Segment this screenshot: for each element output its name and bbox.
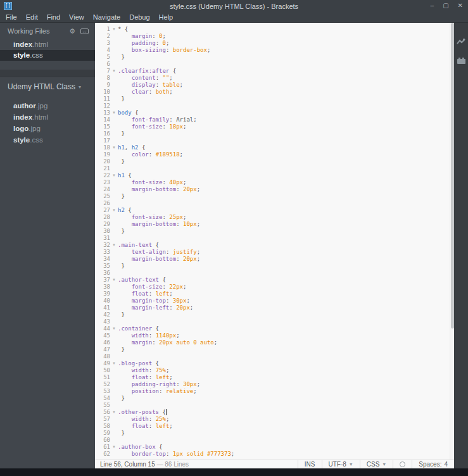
code-line-5[interactable]: 5 }	[95, 54, 454, 61]
insert-mode-indicator[interactable]: INS	[298, 460, 322, 468]
fold-arrow-icon[interactable]: ▼	[110, 325, 118, 332]
project-file-style.css[interactable]: style.css	[0, 134, 95, 146]
code-line-38[interactable]: 38 font-size: 22px;	[95, 284, 454, 291]
lint-status[interactable]	[393, 460, 412, 468]
code-line-45[interactable]: 45 width: 1140px;	[95, 332, 454, 339]
code-line-40[interactable]: 40 margin-top: 30px;	[95, 298, 454, 304]
menu-find[interactable]: Find	[42, 12, 65, 22]
code-line-8[interactable]: 8 content: "";	[95, 75, 454, 82]
code-line-22[interactable]: 22▼h1 {	[95, 172, 454, 179]
code-line-36[interactable]: 36	[95, 270, 454, 277]
code-line-21[interactable]: 21	[95, 165, 454, 172]
menu-edit[interactable]: Edit	[22, 12, 42, 22]
code-line-32[interactable]: 32▼.main-text {	[95, 242, 454, 249]
code-line-7[interactable]: 7▼.clearfix:after {	[95, 68, 454, 75]
code-area[interactable]: 1▼* {2 margin: 0;3 padding: 0;4 box-sizi…	[95, 23, 454, 460]
code-line-31[interactable]: 31	[95, 235, 454, 242]
code-line-61[interactable]: 61▼.author-box {	[95, 444, 454, 451]
code-line-57[interactable]: 57 width: 25%;	[95, 416, 454, 423]
menu-file[interactable]: File	[1, 12, 22, 22]
code-line-30[interactable]: 30 }	[95, 228, 454, 235]
code-line-27[interactable]: 27▼h2 {	[95, 207, 454, 214]
scrollbar-thumb[interactable]	[451, 23, 454, 329]
code-line-11[interactable]: 11 }	[95, 96, 454, 103]
code-line-15[interactable]: 15 font-size: 18px;	[95, 123, 454, 130]
project-file-logo.jpg[interactable]: logo.jpg	[0, 123, 95, 134]
code-line-52[interactable]: 52 padding-right: 30px;	[95, 381, 454, 388]
code-line-6[interactable]: 6	[95, 61, 454, 68]
code-line-26[interactable]: 26	[95, 200, 454, 207]
indent-settings[interactable]: Spaces: 4	[412, 460, 454, 468]
minimize-button[interactable]: –	[431, 1, 434, 11]
code-line-10[interactable]: 10 clear: both;	[95, 89, 454, 96]
project-file-index.html[interactable]: index.html	[0, 111, 95, 123]
working-file-index.html[interactable]: index.html	[0, 39, 95, 50]
fold-arrow-icon[interactable]: ▼	[110, 172, 118, 179]
code-line-28[interactable]: 28 font-size: 25px;	[95, 214, 454, 221]
code-line-39[interactable]: 39 float: left;	[95, 291, 454, 298]
code-line-35[interactable]: 35 }	[95, 263, 454, 270]
code-line-34[interactable]: 34 margin-bottom: 20px;	[95, 256, 454, 263]
code-line-33[interactable]: 33 text-align: justify;	[95, 249, 454, 256]
working-file-style.css[interactable]: style.css	[0, 50, 95, 61]
code-line-14[interactable]: 14 font-family: Arial;	[95, 116, 454, 123]
code-line-29[interactable]: 29 margin-bottom: 10px;	[95, 221, 454, 228]
menu-debug[interactable]: Debug	[125, 12, 154, 22]
menu-help[interactable]: Help	[155, 12, 178, 22]
fold-arrow-icon[interactable]: ▼	[110, 409, 118, 416]
code-line-24[interactable]: 24 margin-bottom: 20px;	[95, 186, 454, 193]
fold-arrow-icon[interactable]: ▼	[110, 277, 118, 284]
fold-arrow-icon[interactable]: ▼	[110, 144, 118, 151]
code-line-9[interactable]: 9 display: table;	[95, 82, 454, 89]
code-line-12[interactable]: 12	[95, 103, 454, 110]
gear-icon[interactable]: ⚙	[69, 27, 75, 35]
code-line-60[interactable]: 60	[95, 437, 454, 444]
code-line-16[interactable]: 16 }	[95, 130, 454, 137]
project-dropdown[interactable]: Udemy HTML Class ▾	[0, 77, 95, 96]
code-line-62[interactable]: 62 border-top: 1px solid #777373;	[95, 451, 454, 458]
code-line-42[interactable]: 42 }	[95, 311, 454, 318]
code-line-46[interactable]: 46 margin: 20px auto 0 auto;	[95, 339, 454, 346]
code-line-53[interactable]: 53 position: relative;	[95, 388, 454, 395]
code-line-13[interactable]: 13▼body {	[95, 110, 454, 116]
extension-manager-icon[interactable]	[457, 57, 466, 64]
code-line-19[interactable]: 19 color: #189518;	[95, 151, 454, 158]
code-line-4[interactable]: 4 box-sizing: border-box;	[95, 47, 454, 54]
fold-arrow-icon[interactable]: ▼	[110, 242, 118, 249]
code-line-49[interactable]: 49▼.blog-post {	[95, 360, 454, 367]
vertical-scrollbar[interactable]	[450, 23, 454, 460]
menu-view[interactable]: View	[65, 12, 89, 22]
fold-arrow-icon[interactable]: ▼	[110, 110, 118, 116]
code-line-55[interactable]: 55	[95, 402, 454, 409]
project-file-author.jpg[interactable]: author.jpg	[0, 100, 95, 111]
code-line-37[interactable]: 37▼.author-text {	[95, 277, 454, 284]
close-button[interactable]: ✕	[458, 1, 463, 11]
code-line-18[interactable]: 18▼h1, h2 {	[95, 144, 454, 151]
code-line-20[interactable]: 20 }	[95, 158, 454, 165]
code-line-1[interactable]: 1▼* {	[95, 26, 454, 33]
code-line-50[interactable]: 50 width: 75%;	[95, 367, 454, 374]
code-line-23[interactable]: 23 font-size: 40px;	[95, 179, 454, 186]
code-line-51[interactable]: 51 float: left;	[95, 374, 454, 381]
code-line-58[interactable]: 58 float: left;	[95, 423, 454, 430]
code-line-56[interactable]: 56▼.other-posts {	[95, 409, 454, 416]
code-line-41[interactable]: 41 margin-left: 20px;	[95, 304, 454, 311]
menu-navigate[interactable]: Navigate	[89, 12, 125, 22]
code-line-44[interactable]: 44▼.container {	[95, 325, 454, 332]
split-view-icon[interactable]: ↔	[80, 28, 89, 34]
code-line-47[interactable]: 47 }	[95, 346, 454, 353]
fold-arrow-icon[interactable]: ▼	[110, 207, 118, 214]
language-selector[interactable]: CSS ▼	[360, 460, 393, 468]
fold-arrow-icon[interactable]: ▼	[110, 444, 118, 451]
encoding-selector[interactable]: UTF-8 ▼	[322, 460, 360, 468]
code-line-2[interactable]: 2 margin: 0;	[95, 33, 454, 40]
fold-arrow-icon[interactable]: ▼	[110, 360, 118, 367]
fold-arrow-icon[interactable]: ▼	[110, 26, 118, 33]
code-line-48[interactable]: 48	[95, 353, 454, 360]
code-line-17[interactable]: 17	[95, 137, 454, 144]
live-preview-icon[interactable]	[457, 38, 465, 46]
code-line-3[interactable]: 3 padding: 0;	[95, 40, 454, 47]
maximize-button[interactable]: ▢	[443, 1, 448, 11]
code-line-25[interactable]: 25 }	[95, 193, 454, 200]
fold-arrow-icon[interactable]: ▼	[110, 68, 118, 75]
